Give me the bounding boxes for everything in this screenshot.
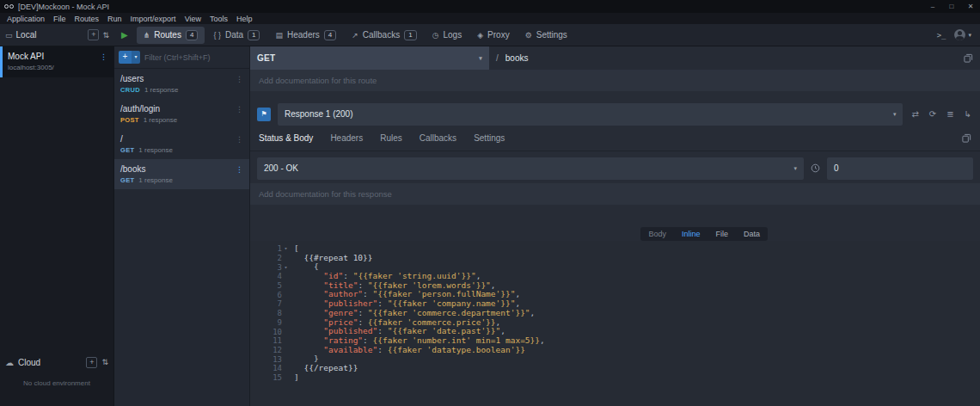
environment-item-mock-api[interactable]: Mock API ⋮ localhost:3005/ <box>0 46 113 77</box>
status-code-value: 200 - OK <box>264 163 298 173</box>
status-row: 200 - OK ▾ <box>250 157 980 180</box>
response-doc-input[interactable] <box>250 183 980 205</box>
status-code-select[interactable]: 200 - OK ▾ <box>257 157 804 180</box>
line-number: 8 <box>250 309 290 318</box>
line-number: 11 <box>250 336 290 346</box>
mockoon-window: [DEV]Mockoon - Mock API – □ ✕ Applicatio… <box>0 0 980 406</box>
editor-code[interactable]: [ {{#repeat 10}} { "id": "{{faker 'strin… <box>290 244 980 406</box>
route-path: /users <box>120 74 144 83</box>
add-cloud-environment-button[interactable]: + <box>86 357 97 368</box>
route-doc-input[interactable] <box>250 70 980 91</box>
collapse-local-icon[interactable]: ⇅ <box>102 31 109 40</box>
response-select[interactable]: Response 1 (200) ▾ <box>278 103 903 126</box>
response-tab-callbacks[interactable]: Callbacks <box>420 133 456 143</box>
menu-routes[interactable]: Routes <box>70 15 104 23</box>
close-button[interactable]: ✕ <box>961 0 980 13</box>
add-route-button[interactable]: + ▾ <box>119 51 140 64</box>
body-mode-file[interactable]: File <box>707 227 736 241</box>
path-separator: / <box>489 53 505 63</box>
tab-label: Data <box>225 30 243 40</box>
view-tabs: ⋔Routes4{ }Data1▤Headers4↗Callbacks1◷Log… <box>137 27 574 44</box>
route-menu-icon[interactable]: ⋮ <box>236 105 243 114</box>
copy-body-icon[interactable] <box>962 133 971 143</box>
tab-label: Proxy <box>487 30 510 40</box>
body-mode-row: BodyInlineFileData <box>250 227 980 241</box>
route-menu-icon[interactable]: ⋮ <box>236 75 243 83</box>
route-response-count: 1 response <box>138 176 173 184</box>
route-item-users[interactable]: /users⋮CRUD1 response <box>114 69 249 99</box>
code-line: } <box>294 354 980 364</box>
response-row: ⚑ Response 1 (200) ▾ ⇄ ⟳ ≣ ↳ <box>250 102 980 126</box>
route-menu-icon[interactable]: ⋮ <box>236 135 243 144</box>
window-controls: – □ ✕ <box>923 0 980 13</box>
tab-routes[interactable]: ⋔Routes4 <box>137 27 205 44</box>
routes-column: + ▾ /users⋮CRUD1 response/auth/login⋮POS… <box>114 46 250 406</box>
route-editor-panel: GET ▾ / ⚑ Response 1 (200) ▾ ⇄ ⟳ ≣ <box>250 46 980 406</box>
environment-url: localhost:3005/ <box>8 64 107 71</box>
menu-import-export[interactable]: Import/export <box>126 15 181 23</box>
tab-badge: 4 <box>324 30 336 40</box>
menu-application[interactable]: Application <box>3 15 49 23</box>
environment-menu-icon[interactable]: ⋮ <box>100 52 107 61</box>
duplicate-route-icon[interactable] <box>964 53 973 63</box>
tab-label: Logs <box>443 30 462 40</box>
logs-icon: ◷ <box>432 31 439 40</box>
body-mode-inline[interactable]: Inline <box>674 227 708 241</box>
route-item-books[interactable]: /books⋮GET1 response <box>114 159 249 189</box>
maximize-button[interactable]: □ <box>942 0 961 13</box>
route-method: POST <box>120 116 139 124</box>
route-path-input[interactable] <box>505 53 957 63</box>
disable-rules-icon[interactable]: ≣ <box>945 109 955 119</box>
response-tab-rules[interactable]: Rules <box>380 133 402 143</box>
editor-gutter: 1▾23▾456789101112131415 <box>250 244 290 406</box>
route-item-auth-login[interactable]: /auth/login⋮POST1 response <box>114 99 249 129</box>
sequential-response-icon[interactable]: ⟳ <box>928 109 938 119</box>
cloud-icon: ☁ <box>5 358 14 367</box>
method-select[interactable]: GET ▾ <box>250 46 489 70</box>
tab-headers[interactable]: ▤Headers4 <box>268 27 343 44</box>
cloud-label: Cloud <box>18 358 40 367</box>
response-tab-headers[interactable]: Headers <box>330 133 363 143</box>
routes-filter-input[interactable] <box>144 53 245 62</box>
route-menu-icon[interactable]: ⋮ <box>236 165 243 174</box>
body-mode-body[interactable]: Body <box>640 227 674 241</box>
line-number: 12 <box>250 346 290 355</box>
fallback-response-icon[interactable]: ↳ <box>963 109 973 119</box>
add-local-environment-button[interactable]: + <box>88 29 99 40</box>
tab-settings[interactable]: ⚙Settings <box>518 27 574 43</box>
tab-logs[interactable]: ◷Logs <box>426 27 469 43</box>
account-menu-button[interactable]: ▾ <box>954 29 971 40</box>
menu-help[interactable]: Help <box>232 15 257 23</box>
line-number: 3▾ <box>250 262 290 272</box>
default-response-flag-button[interactable]: ⚑ <box>257 108 271 121</box>
collapse-cloud-icon[interactable]: ⇅ <box>101 358 108 366</box>
menubar: ApplicationFileRoutesRunImport/exportVie… <box>0 13 980 24</box>
route-response-count: 1 response <box>144 116 178 124</box>
fold-icon: ▾ <box>282 245 290 252</box>
latency-input[interactable] <box>827 157 973 180</box>
code-line: {{#repeat 10}} <box>294 254 980 263</box>
body-editor[interactable]: 1▾23▾456789101112131415 [ {{#repeat 10}}… <box>250 241 980 406</box>
response-tab-status-body[interactable]: Status & Body <box>259 133 313 143</box>
menu-run[interactable]: Run <box>103 15 126 23</box>
response-tab-settings[interactable]: Settings <box>474 133 505 143</box>
menu-file[interactable]: File <box>49 15 70 23</box>
tab-label: Headers <box>287 30 320 40</box>
menu-tools[interactable]: Tools <box>205 15 232 23</box>
minimize-button[interactable]: – <box>923 0 942 13</box>
code-line: [ <box>294 244 980 254</box>
tab-data[interactable]: { }Data1 <box>206 27 266 44</box>
commands-icon[interactable]: >_ <box>937 31 946 40</box>
tab-proxy[interactable]: ◈Proxy <box>470 27 516 43</box>
start-server-button[interactable]: ▶ <box>114 30 137 40</box>
body-mode-data[interactable]: Data <box>736 227 768 241</box>
line-number: 4 <box>250 272 290 281</box>
data-icon: { } <box>213 31 221 40</box>
body-mode-toggle: BodyInlineFileData <box>640 227 768 241</box>
tab-callbacks[interactable]: ↗Callbacks1 <box>345 27 423 44</box>
route-item-root[interactable]: /⋮GET1 response <box>114 129 249 159</box>
tab-label: Routes <box>154 30 181 40</box>
local-environments-header: ▭ Local + ⇅ <box>0 29 114 40</box>
menu-view[interactable]: View <box>181 15 205 23</box>
random-response-icon[interactable]: ⇄ <box>910 109 920 119</box>
